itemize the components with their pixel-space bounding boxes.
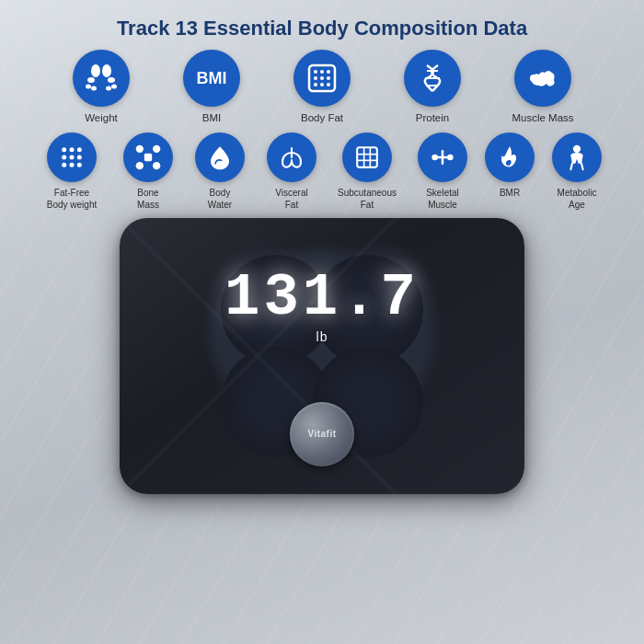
scale-display: 131.7 lb [224, 269, 420, 344]
scale-brand-label: Vitafit [307, 429, 336, 439]
visceral-fat-icon-circle [267, 132, 316, 182]
icon-item-fat-free: Fat-FreeBody weight [34, 132, 109, 211]
svg-point-16 [320, 83, 324, 86]
svg-point-45 [573, 145, 581, 153]
subcutaneous-icon-circle [342, 132, 392, 182]
bmi-label: BMI [202, 111, 221, 125]
svg-point-28 [62, 163, 66, 167]
icon-item-visceral-fat: VisceralFat [259, 132, 325, 211]
svg-point-10 [320, 70, 324, 74]
svg-point-1 [102, 64, 111, 77]
bone-icon [134, 144, 162, 171]
dna-icon [416, 62, 449, 95]
icon-item-bmr: BMR [481, 132, 538, 211]
svg-rect-36 [357, 147, 377, 167]
svg-point-21 [530, 75, 537, 82]
svg-point-3 [108, 77, 115, 83]
icon-item-subcutaneous: SubcutaneousFat [330, 132, 404, 211]
body-water-icon-circle [195, 132, 245, 182]
svg-point-29 [70, 163, 75, 167]
icon-item-skeletal: SkeletalMuscle [409, 132, 476, 211]
muscle-mass-label: Muscle Mass [512, 111, 573, 125]
icon-item-body-fat: Body Fat [272, 50, 372, 125]
svg-point-25 [62, 155, 66, 159]
svg-point-11 [327, 70, 330, 74]
svg-point-17 [327, 83, 330, 86]
skeletal-icon [429, 144, 456, 171]
svg-point-33 [136, 162, 144, 169]
feet-icon [85, 62, 118, 95]
svg-point-42 [431, 155, 438, 161]
svg-point-2 [87, 77, 95, 83]
svg-point-13 [320, 76, 324, 80]
svg-point-12 [314, 76, 317, 80]
water-drop-icon [206, 144, 234, 171]
icon-row-2: Fat-FreeBody weight BoneMass [9, 132, 635, 211]
svg-point-7 [106, 86, 111, 91]
svg-line-46 [570, 164, 572, 170]
page-title: Track 13 Essential Body Composition Data [0, 0, 644, 50]
bmi-icon-circle: BMI [183, 50, 240, 107]
flame-icon [496, 144, 523, 171]
person-icon [563, 144, 591, 171]
fat-free-icon-circle [47, 132, 97, 182]
icon-item-muscle-mass: Muscle Mass [493, 50, 592, 125]
bone-mass-label: BoneMass [137, 187, 159, 211]
svg-point-32 [153, 145, 160, 153]
svg-point-5 [111, 85, 117, 89]
svg-point-43 [447, 155, 454, 161]
scale-reading: 131.7 [224, 269, 420, 328]
fat-free-icon [58, 144, 86, 171]
scale-brand-button[interactable]: Vitafit [290, 402, 354, 466]
bone-mass-icon-circle [123, 132, 173, 182]
icon-item-metabolic: MetabolicAge [544, 132, 610, 211]
icons-section: Weight BMI BMI [0, 50, 644, 211]
scale-device: 131.7 lb Vitafit [120, 218, 524, 494]
svg-point-26 [70, 155, 75, 159]
scale-section: 131.7 lb Vitafit [0, 218, 644, 494]
muscle-icon [526, 62, 559, 95]
svg-point-34 [153, 162, 160, 169]
icon-item-bmi: BMI BMI [162, 50, 261, 125]
page-background: Track 13 Essential Body Composition Data [0, 0, 644, 644]
bmr-label: BMR [500, 187, 520, 199]
svg-point-23 [70, 147, 75, 152]
fat-free-label: Fat-FreeBody weight [47, 187, 97, 211]
svg-line-47 [581, 164, 583, 170]
skeletal-icon-circle [418, 132, 467, 182]
icon-item-body-water: BodyWater [187, 132, 253, 211]
svg-point-4 [86, 85, 91, 89]
subcutaneous-icon [353, 144, 381, 171]
weight-icon-circle [73, 50, 130, 107]
scale-unit: lb [224, 329, 420, 344]
svg-point-30 [77, 163, 82, 167]
protein-icon-circle [404, 50, 461, 107]
svg-point-6 [91, 86, 97, 91]
body-fat-icon [305, 62, 339, 95]
svg-point-22 [62, 147, 66, 152]
icon-item-weight: Weight [52, 50, 151, 125]
svg-point-9 [314, 70, 317, 74]
icon-item-protein: Protein [383, 50, 482, 125]
muscle-mass-icon-circle [514, 50, 571, 107]
svg-point-27 [77, 155, 82, 159]
weight-label: Weight [85, 111, 118, 125]
lungs-icon [278, 144, 305, 171]
svg-point-15 [314, 83, 317, 86]
subcutaneous-label: SubcutaneousFat [338, 187, 397, 211]
bmi-text-icon: BMI [197, 69, 227, 88]
icon-row-1: Weight BMI BMI [9, 50, 635, 125]
svg-point-0 [91, 64, 100, 77]
metabolic-label: MetabolicAge [558, 187, 597, 211]
svg-point-31 [136, 145, 144, 153]
svg-point-24 [77, 147, 82, 152]
body-fat-label: Body Fat [301, 111, 343, 125]
skeletal-label: SkeletalMuscle [426, 187, 459, 211]
icon-item-bone-mass: BoneMass [115, 132, 181, 211]
metabolic-icon-circle [552, 132, 602, 182]
svg-point-14 [327, 76, 330, 80]
visceral-fat-label: VisceralFat [275, 187, 307, 211]
protein-label: Protein [416, 111, 449, 125]
body-fat-icon-circle [293, 50, 351, 107]
bmr-icon-circle [485, 132, 535, 182]
